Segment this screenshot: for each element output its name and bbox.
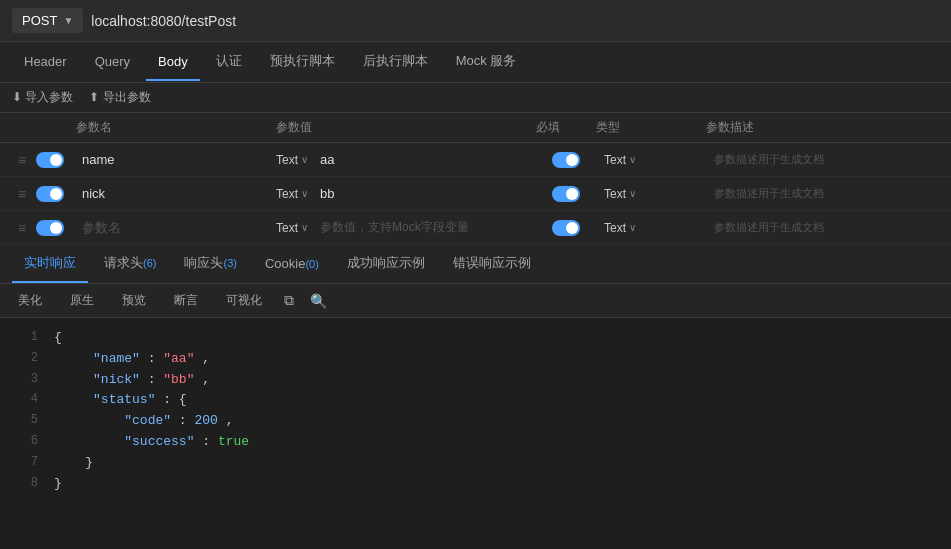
row2-toggle[interactable]: [36, 186, 64, 202]
col-param-value: 参数值: [276, 119, 536, 136]
row2-value[interactable]: bb: [312, 186, 334, 201]
tab-mock[interactable]: Mock 服务: [444, 42, 529, 82]
preview-button[interactable]: 预览: [116, 290, 152, 311]
row3-desc[interactable]: 参数描述用于生成文档: [706, 220, 943, 235]
row2-required-toggle[interactable]: [552, 186, 580, 202]
row2-desc[interactable]: 参数描述用于生成文档: [706, 186, 943, 201]
search-icon[interactable]: 🔍: [310, 293, 327, 309]
row1-value[interactable]: aa: [312, 152, 334, 167]
row1-toggle[interactable]: [36, 152, 64, 168]
export-params-button[interactable]: ⬆ 导出参数: [89, 89, 150, 106]
table-row: ≡ name Text ∨ aa Text ∨ 参数描述用于生成文档: [0, 143, 951, 177]
tab-pre-script[interactable]: 预执行脚本: [258, 42, 347, 82]
col-type: 类型: [596, 119, 706, 136]
code-line-1: 1 {: [0, 328, 951, 349]
beautify-button[interactable]: 美化: [12, 290, 48, 311]
drag-handle-icon[interactable]: ≡: [8, 220, 36, 236]
type-chevron-icon: ∨: [301, 188, 308, 199]
raw-button[interactable]: 原生: [64, 290, 100, 311]
value-type-chevron-icon: ∨: [629, 154, 636, 165]
tab-response-header[interactable]: 响应头(3): [172, 245, 248, 283]
import-params-button[interactable]: ⬇ 导入参数: [12, 89, 73, 106]
table-row: ≡ 参数名 Text ∨ 参数值，支持Mock字段变量 Text ∨ 参数描述用…: [0, 211, 951, 245]
row1-desc[interactable]: 参数描述用于生成文档: [706, 152, 943, 167]
response-toolbar: 美化 原生 预览 断言 可视化 ⧉ 🔍: [0, 284, 951, 318]
tab-auth[interactable]: 认证: [204, 42, 254, 82]
row3-required-toggle[interactable]: [552, 220, 580, 236]
row3-toggle[interactable]: [36, 220, 64, 236]
tab-success-example[interactable]: 成功响应示例: [335, 245, 437, 283]
code-line-2: 2 "name" : "aa" ,: [0, 349, 951, 370]
col-param-name: 参数名: [76, 119, 276, 136]
row3-value-placeholder[interactable]: 参数值，支持Mock字段变量: [312, 219, 469, 236]
assert-button[interactable]: 断言: [168, 290, 204, 311]
tab-query[interactable]: Query: [83, 44, 142, 81]
tab-header[interactable]: Header: [12, 44, 79, 81]
params-table-header: 参数名 参数值 必填 类型 参数描述: [0, 113, 951, 143]
row1-name[interactable]: name: [76, 152, 276, 167]
method-selector[interactable]: POST ▼: [12, 8, 83, 33]
chevron-down-icon: ▼: [63, 15, 73, 26]
value-type-chevron-icon: ∨: [629, 222, 636, 233]
row3-value-type[interactable]: Text ∨: [596, 221, 706, 235]
code-line-6: 6 "success" : true: [0, 432, 951, 453]
tab-cookie[interactable]: Cookie(0): [253, 247, 331, 282]
row2-type-select[interactable]: Text ∨: [276, 187, 308, 201]
row1-value-type[interactable]: Text ∨: [596, 153, 706, 167]
method-label: POST: [22, 13, 57, 28]
row2-name[interactable]: nick: [76, 186, 276, 201]
type-chevron-icon: ∨: [301, 222, 308, 233]
response-tabs: 实时响应 请求头(6) 响应头(3) Cookie(0) 成功响应示例 错误响应…: [0, 245, 951, 284]
col-required: 必填: [536, 119, 596, 136]
visualize-button[interactable]: 可视化: [220, 290, 268, 311]
code-line-4: 4 "status" : {: [0, 390, 951, 411]
action-bar: ⬇ 导入参数 ⬆ 导出参数: [0, 83, 951, 113]
col-desc: 参数描述: [706, 119, 943, 136]
drag-handle-icon[interactable]: ≡: [8, 186, 36, 202]
code-line-5: 5 "code" : 200 ,: [0, 411, 951, 432]
tab-body[interactable]: Body: [146, 44, 200, 81]
response-section: 实时响应 请求头(6) 响应头(3) Cookie(0) 成功响应示例 错误响应…: [0, 245, 951, 544]
url-input[interactable]: [91, 13, 939, 29]
url-bar: POST ▼: [0, 0, 951, 42]
row1-required-toggle[interactable]: [552, 152, 580, 168]
copy-icon[interactable]: ⧉: [284, 292, 294, 309]
code-line-3: 3 "nick" : "bb" ,: [0, 370, 951, 391]
tab-request-header[interactable]: 请求头(6): [92, 245, 168, 283]
params-section: ⬇ 导入参数 ⬆ 导出参数 参数名 参数值 必填 类型 参数描述 ≡ name …: [0, 83, 951, 245]
tab-error-example[interactable]: 错误响应示例: [441, 245, 543, 283]
row3-name-placeholder[interactable]: 参数名: [76, 219, 276, 237]
code-area: 1 { 2 "name" : "aa" , 3 "nick": [0, 318, 951, 504]
row1-type-select[interactable]: Text ∨: [276, 153, 308, 167]
type-chevron-icon: ∨: [301, 154, 308, 165]
tab-realtime[interactable]: 实时响应: [12, 245, 88, 283]
row2-value-type[interactable]: Text ∨: [596, 187, 706, 201]
nav-tabs: Header Query Body 认证 预执行脚本 后执行脚本 Mock 服务: [0, 42, 951, 83]
drag-handle-icon[interactable]: ≡: [8, 152, 36, 168]
code-line-8: 8 }: [0, 474, 951, 495]
code-line-7: 7 }: [0, 453, 951, 474]
table-row: ≡ nick Text ∨ bb Text ∨ 参数描述用于生成文档: [0, 177, 951, 211]
row3-type-select[interactable]: Text ∨: [276, 221, 308, 235]
tab-post-script[interactable]: 后执行脚本: [351, 42, 440, 82]
value-type-chevron-icon: ∨: [629, 188, 636, 199]
